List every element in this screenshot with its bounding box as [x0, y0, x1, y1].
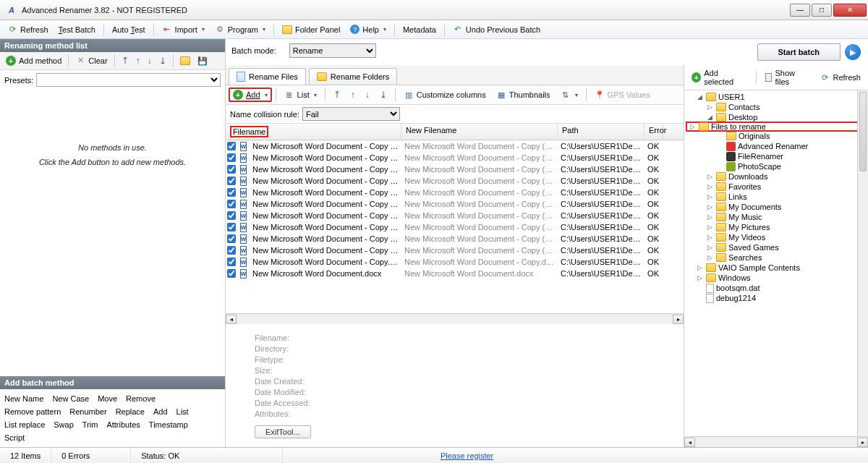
auto-test-button[interactable]: Auto Test	[108, 24, 150, 35]
maximize-button[interactable]: □	[812, 4, 832, 17]
tab-rename-folders[interactable]: Rename Folders	[309, 68, 397, 85]
col-path[interactable]: Path	[558, 124, 644, 140]
row-checkbox[interactable]	[227, 223, 236, 232]
play-icon[interactable]: ▶	[845, 44, 861, 60]
expand-icon[interactable]: ▷	[706, 203, 714, 211]
col-filename[interactable]: Filename	[226, 124, 401, 140]
tab-rename-files[interactable]: Rename Files	[229, 68, 306, 85]
expand-icon[interactable]: ▷	[706, 103, 714, 111]
tree-item[interactable]: ▷Contacts	[686, 102, 867, 112]
row-checkbox[interactable]	[227, 177, 236, 185]
col-error[interactable]: Error	[644, 124, 663, 140]
tree-item[interactable]: PhotoScape	[686, 161, 867, 171]
batch-method-trim[interactable]: Trim	[82, 418, 98, 431]
tree-item[interactable]: ▷My Pictures	[686, 222, 867, 232]
program-menu[interactable]: ⚙Program	[210, 23, 270, 36]
collision-select[interactable]: Fail	[302, 107, 400, 121]
tree-item[interactable]: ▷Searches	[686, 252, 867, 263]
gps-values-button[interactable]: 📍GPS Values	[590, 88, 655, 101]
scroll-right-icon[interactable]: ▸	[857, 438, 868, 447]
table-row[interactable]: WNew Microsoft Word Document - Copy (7).…	[226, 221, 684, 233]
batch-method-remove[interactable]: Remove	[126, 392, 156, 405]
file-list-menu[interactable]: ≣List	[280, 88, 321, 101]
table-row[interactable]: WNew Microsoft Word Document - Copy (4).…	[226, 187, 684, 198]
batch-method-move[interactable]: Move	[98, 392, 117, 405]
tree-item[interactable]: ▷My Videos	[686, 232, 867, 242]
tree-item[interactable]: ▷Windows	[686, 273, 867, 283]
customize-columns-button[interactable]: ▥Customize columns	[399, 88, 490, 101]
add-method-button[interactable]: +Add method	[3, 54, 64, 67]
tree-item[interactable]: debug1214	[686, 293, 867, 303]
batch-method-attributes[interactable]: Attributes	[106, 418, 140, 431]
expand-icon[interactable]: ▷	[706, 254, 714, 261]
import-menu[interactable]: ⇤Import	[158, 23, 209, 36]
expand-icon[interactable]: ▷	[706, 244, 714, 251]
tree-item[interactable]: ▷Downloads	[686, 171, 867, 182]
show-files-button[interactable]: Show files	[761, 67, 814, 88]
batch-method-new-name[interactable]: New Name	[4, 392, 43, 405]
folder-panel-button[interactable]: Folder Panel	[278, 24, 344, 35]
method-save-button[interactable]: 💾	[195, 54, 210, 67]
batch-method-swap[interactable]: Swap	[54, 418, 74, 431]
method-bottom-button[interactable]: ⤓	[156, 54, 169, 67]
tree-vscrollbar[interactable]	[857, 90, 868, 436]
refresh-button[interactable]: ⟳Refresh	[3, 23, 53, 36]
tree-item[interactable]: ▷My Music	[686, 212, 867, 222]
tree-item[interactable]: ▷Favorites	[686, 182, 867, 192]
tree-item[interactable]: Originals	[686, 131, 867, 141]
batch-method-list-replace[interactable]: List replace	[4, 418, 45, 431]
sort-button[interactable]: ⇅	[556, 88, 582, 101]
method-down-button[interactable]: ↓	[145, 54, 155, 67]
add-selected-button[interactable]: +Add selected	[687, 67, 752, 88]
tree-refresh-button[interactable]: ⟳Refresh	[815, 71, 865, 84]
table-row[interactable]: WNew Microsoft Word Document.docxNew Mic…	[226, 268, 684, 279]
minimize-button[interactable]: —	[790, 4, 810, 17]
expand-icon[interactable]: ▷	[706, 173, 714, 180]
expand-icon[interactable]: ◢	[706, 114, 714, 121]
file-down-button[interactable]: ↓	[361, 88, 374, 101]
tree-item[interactable]: ◢USER1	[686, 92, 867, 102]
table-row[interactable]: WNew Microsoft Word Document - Copy (2).…	[226, 163, 684, 175]
clear-methods-button[interactable]: ✕Clear	[72, 54, 110, 67]
scroll-left-icon[interactable]: ◂	[226, 315, 237, 324]
batch-method-script[interactable]: Script	[4, 431, 25, 444]
folder-tree[interactable]: ◢USER1▷Contacts◢Desktop▷Files to renameO…	[684, 90, 868, 436]
row-checkbox[interactable]	[227, 188, 236, 197]
register-link[interactable]: Please register	[441, 451, 493, 460]
expand-icon[interactable]: ▷	[689, 123, 697, 130]
method-up-button[interactable]: ↑	[133, 54, 143, 67]
expand-icon[interactable]: ▷	[706, 234, 714, 241]
row-checkbox[interactable]	[227, 258, 236, 266]
expand-icon[interactable]: ▷	[706, 183, 714, 190]
batch-method-renumber[interactable]: Renumber	[69, 405, 106, 418]
row-checkbox[interactable]	[227, 211, 236, 220]
metadata-button[interactable]: Metadata	[399, 24, 441, 35]
batch-method-remove-pattern[interactable]: Remove pattern	[4, 405, 61, 418]
row-checkbox[interactable]	[227, 269, 236, 278]
expand-icon[interactable]: ▷	[696, 264, 704, 271]
tree-item[interactable]: ▷VAIO Sample Contents	[686, 263, 867, 273]
method-top-button[interactable]: ⤒	[119, 54, 132, 67]
table-row[interactable]: WNew Microsoft Word Document - Copy (11)…	[226, 152, 684, 163]
method-load-button[interactable]	[177, 55, 193, 67]
tree-item[interactable]: bootsqm.dat	[686, 283, 867, 293]
col-new-filename[interactable]: New Filename	[401, 124, 558, 140]
table-row[interactable]: WNew Microsoft Word Document - Copy (10)…	[226, 140, 684, 152]
tree-item[interactable]: ▷Links	[686, 192, 867, 202]
row-checkbox[interactable]	[227, 165, 236, 174]
exiftool-button[interactable]: ExifTool...	[255, 425, 311, 438]
presets-select[interactable]	[36, 73, 221, 87]
tree-item[interactable]: ▷Saved Games	[686, 242, 867, 252]
tree-hscrollbar[interactable]: ◂ ▸	[684, 436, 868, 447]
tree-item[interactable]: Advanced Renamer	[686, 141, 867, 151]
tree-item[interactable]: ▷My Documents	[686, 202, 867, 212]
batch-mode-select[interactable]: Rename	[289, 43, 376, 58]
scroll-right-icon[interactable]: ▸	[673, 315, 684, 324]
test-batch-button[interactable]: Test Batch	[54, 24, 100, 35]
table-row[interactable]: WNew Microsoft Word Document - Copy (6).…	[226, 210, 684, 221]
row-checkbox[interactable]	[227, 200, 236, 208]
expand-icon[interactable]: ▷	[696, 274, 704, 281]
expand-icon[interactable]: ▷	[706, 213, 714, 221]
batch-method-timestamp[interactable]: Timestamp	[149, 418, 188, 431]
file-bottom-button[interactable]: ⤓	[375, 88, 391, 101]
